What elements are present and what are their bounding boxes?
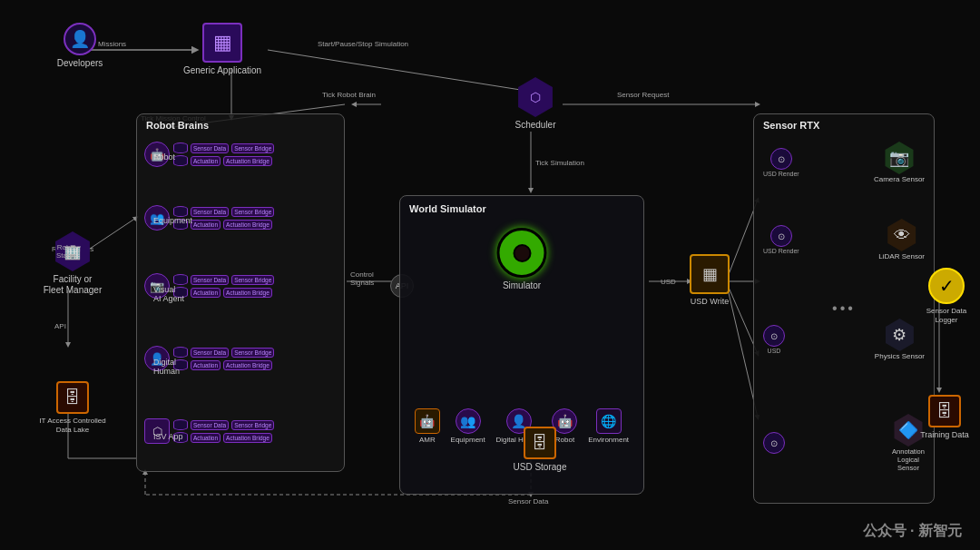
sensor-data-bottom-label: Sensor Data: [508, 497, 548, 506]
usd-storage-label: USD Storage: [514, 462, 567, 473]
world-sim-title: World Simulator: [409, 203, 486, 214]
annotation-sensor-row: ⊙ 🔷 Annotation Logical Sensor: [763, 414, 925, 472]
actuation-bridge-pill-3: Actuation Bridge: [223, 288, 272, 298]
generic-app-label: Generic Application: [183, 65, 261, 76]
actuation-bridge-pill-5: Actuation Bridge: [223, 433, 272, 443]
usd-render-label-2: USD Render: [763, 248, 799, 254]
simulator-icon: [497, 228, 547, 278]
data-lake-icon: 🗄: [56, 381, 89, 414]
it-data-lake-node: 🗄 IT Access Controlled Data Lake: [32, 381, 113, 434]
simulator-node: Simulator: [497, 228, 547, 291]
sensor-data-logger-icon: ✓: [928, 268, 965, 304]
usd-storage-node: 🗄 USD Storage: [504, 427, 576, 473]
digital-human-bridge-controls: Sensor Data Sensor Bridge Actuation Actu…: [173, 347, 274, 370]
scheduler-node: ⬡ Scheduler: [504, 77, 567, 131]
usd-render-1: ⊙ USD Render: [763, 148, 799, 177]
visual-sensor-row: Sensor Data Sensor Bridge: [173, 274, 274, 285]
amr-item: 🤖 AMR: [415, 408, 440, 444]
facility-fleet-node: 🏢 Facility or Fleet Manager: [36, 231, 109, 296]
tick-simulation-label: Tick Simulation: [535, 159, 584, 167]
sensor-bridge-pill-5: Sensor Bridge: [231, 420, 274, 430]
robot-sensor-cyl: [173, 142, 188, 153]
usd-icon-annotation: ⊙: [763, 432, 785, 454]
robot-brains-title: Robot Brains: [146, 120, 209, 131]
robot-act-cyl: [173, 155, 188, 166]
training-data-icon: 🗄: [928, 395, 961, 427]
developers-icon: 👤: [64, 23, 96, 55]
lidar-sensor-label: LiDAR Sensor: [878, 252, 925, 260]
equipment-label: Equipment: [153, 216, 192, 225]
start-pause-stop-label: Start/Pause/Stop Simulation: [318, 40, 408, 48]
sensor-data-pill-3: Sensor Data: [191, 275, 229, 285]
equipment-sim-label: Equipment: [451, 436, 485, 444]
actuation-bridge-pill-4: Actuation Bridge: [223, 360, 272, 370]
robot-states-text: RobotStates: [56, 243, 77, 260]
sensor-data-pill-1: Sensor Data: [191, 143, 229, 153]
sensor-bridge-pill-4: Sensor Bridge: [231, 348, 274, 358]
training-data-node: 🗄 Training Data: [913, 395, 976, 440]
visual-sensor-cyl: [173, 274, 188, 285]
actuation-pill-1: Actuation: [191, 156, 220, 166]
api-label-node: API: [54, 322, 66, 330]
usd-label: USD: [661, 278, 676, 286]
isv-sensor-cyl: [173, 419, 188, 430]
scheduler-label: Scheduler: [514, 120, 555, 131]
isv-bridge-controls: Sensor Data Sensor Bridge Actuation Actu…: [173, 419, 274, 443]
missions-label: Missions: [98, 40, 126, 48]
sensor-rtx-section: Sensor RTX ⊙ USD Render 📷 Camera Sensor …: [753, 113, 935, 504]
dh-actuation-row: Actuation Actuation Bridge: [173, 359, 274, 370]
robot-label: Robot: [153, 152, 175, 162]
usd-render-icon-2: ⊙: [770, 225, 792, 247]
equipment-sim-icon: 👥: [456, 408, 481, 434]
dh-sensor-row: Sensor Data Sensor Bridge: [173, 347, 274, 358]
usd-write-label: USD Write: [691, 297, 729, 307]
developers-label: Developers: [57, 58, 103, 69]
lidar-sensor-row: ⊙ USD Render 👁 LiDAR Sensor: [763, 219, 925, 260]
lidar-sensor-icon: 👁: [886, 219, 918, 251]
robot-actuation-row: Actuation Actuation Bridge: [173, 155, 274, 166]
watermark: 公众号 · 新智元: [863, 522, 962, 541]
sensor-data-pill-5: Sensor Data: [191, 420, 229, 430]
dots-indicator: •••: [832, 300, 856, 317]
usd-write-node: ▦ USD Write: [682, 254, 737, 307]
sensor-rtx-title: Sensor RTX: [763, 120, 819, 131]
actuation-bridge-pill-2: Actuation Bridge: [223, 220, 272, 230]
it-data-lake-label: IT Access Controlled Data Lake: [32, 417, 113, 434]
amr-icon: 🤖: [415, 408, 440, 434]
physics-sensor-label: Physics Sensor: [875, 352, 925, 360]
tick-robot-brain-label: Tick Robot Brain: [322, 91, 376, 99]
sensor-data-pill-4: Sensor Data: [191, 348, 229, 358]
camera-sensor-icon: 📷: [883, 142, 916, 174]
simulator-inner: [513, 244, 531, 262]
architecture-diagram: 👤 Developers ▦ Generic Application Missi…: [0, 0, 980, 550]
camera-sensor-row: ⊙ USD Render 📷 Camera Sensor: [763, 142, 925, 183]
usd-render-icon-1: ⊙: [770, 148, 792, 170]
simulator-label: Simulator: [503, 280, 541, 291]
svg-line-1: [268, 50, 526, 91]
dh-sensor-cyl: [173, 347, 188, 358]
actuation-pill-2: Actuation: [191, 220, 220, 230]
camera-sensor-node: 📷 Camera Sensor: [874, 142, 925, 183]
physics-sensor-row: ⊙ USD ⚙ Physics Sensor: [763, 319, 925, 360]
environment-sim-item: 🌐 Environment: [588, 408, 629, 444]
environment-sim-label: Environment: [588, 436, 629, 444]
lidar-sensor-node: 👁 LiDAR Sensor: [878, 219, 925, 260]
generic-app-icon: ▦: [202, 23, 242, 63]
actuation-pill-4: Actuation: [191, 360, 220, 370]
isv-app-label: ISV App: [153, 432, 183, 441]
visual-ai-bridge-controls: Sensor Data Sensor Bridge Actuation Actu…: [173, 274, 274, 298]
usd-write-icon: ▦: [690, 254, 730, 294]
sensor-bridge-pill-1: Sensor Bridge: [231, 143, 274, 153]
robot-brains-section: Robot Brains 🤖 Sensor Data Sensor Bridge…: [136, 113, 345, 472]
amr-label: AMR: [419, 436, 436, 444]
scheduler-icon: ⬡: [515, 77, 555, 117]
sensor-request-label: Sensor Request: [617, 91, 669, 99]
usd-node-physics: ⊙ USD: [763, 325, 785, 354]
robot-bridge-controls: Sensor Data Sensor Bridge Actuation Actu…: [173, 142, 274, 166]
environment-icon: 🌐: [596, 408, 622, 434]
robot-sensor-row: Sensor Data Sensor Bridge: [173, 142, 274, 153]
usd-render-2: ⊙ USD Render: [763, 225, 799, 254]
sensor-bridge-pill-3: Sensor Bridge: [231, 275, 274, 285]
isv-actuation-row: Actuation Actuation Bridge: [173, 432, 274, 443]
actuation-pill-5: Actuation: [191, 433, 220, 443]
